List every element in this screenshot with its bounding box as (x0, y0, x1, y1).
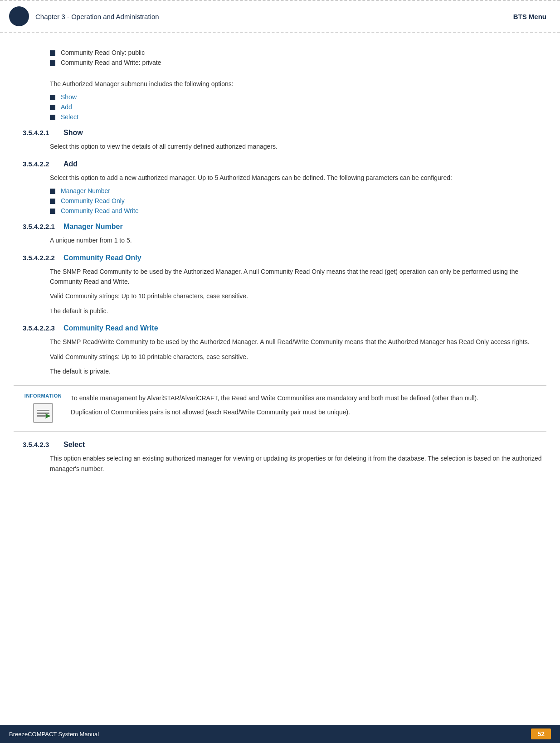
bullet-icon (50, 95, 55, 100)
info-left: INFORMATION ➤ (23, 393, 63, 424)
info-icon: ➤ (32, 402, 54, 424)
section-heading: Community Read Only (63, 254, 141, 262)
bullet-label: Community Read and Write: private (61, 59, 161, 66)
section-35422x3: 3.5.4.2.2.3 Community Read and Write (14, 324, 546, 332)
bullet-item: Community Read Only (50, 197, 546, 204)
info-line1: To enable management by AlvariSTAR/Alvar… (71, 393, 537, 403)
section-body: Select this option to view the details o… (50, 141, 546, 151)
show-link[interactable]: Show (61, 93, 77, 101)
bullet-item: Community Read Only: public (50, 49, 546, 56)
bullet-label: Community Read and Write (61, 207, 139, 214)
info-label: INFORMATION (24, 393, 62, 398)
community-read-only-link[interactable]: Community Read Only (61, 197, 125, 204)
section-heading: Manager Number (63, 223, 123, 231)
section-body2: Valid Community strings: Up to 10 printa… (50, 291, 546, 301)
chapter-title: Chapter 3 - Operation and Administration (35, 13, 159, 20)
section-heading: Add (63, 160, 78, 168)
info-icon-inner: ➤ (33, 403, 53, 423)
main-content: Community Read Only: public Community Re… (0, 33, 560, 528)
section-heading: Show (63, 129, 83, 137)
info-content: To enable management by AlvariSTAR/Alvar… (71, 393, 537, 417)
bullet-icon (50, 60, 55, 66)
section-body3: The default is private. (50, 366, 546, 376)
info-box: INFORMATION ➤ To enable management by Al… (14, 385, 546, 432)
bullet-label: Add (61, 103, 72, 111)
header-left: Chapter 3 - Operation and Administration (9, 6, 159, 26)
info-line (37, 410, 49, 411)
section-3542x2: 3.5.4.2.2 Add (14, 160, 546, 168)
bullet-icon (50, 209, 55, 214)
section-heading: Select (63, 441, 85, 449)
bullet-icon (50, 105, 55, 110)
chapter-icon (9, 6, 29, 26)
section-body3: The default is public. (50, 306, 546, 316)
info-line2: Duplication of Communities pairs is not … (71, 407, 537, 417)
bullet-label: Select (61, 113, 78, 121)
section-body: A unique number from 1 to 5. (50, 235, 546, 245)
bullet-label: Manager Number (61, 187, 110, 194)
section-35422x1: 3.5.4.2.2.1 Manager Number (14, 223, 546, 231)
section-3542x3: 3.5.4.2.3 Select (14, 441, 546, 449)
bullet-item: Add (50, 103, 546, 111)
section-heading: Community Read and Write (63, 324, 158, 332)
page-footer: BreezeCOMPACT System Manual 52 (0, 725, 560, 743)
bullet-item: Select (50, 113, 546, 121)
community-read-write-link[interactable]: Community Read and Write (61, 207, 139, 214)
bullet-label: Community Read Only: public (61, 49, 145, 56)
authorized-intro: The Authorized Manager submenu includes … (50, 79, 546, 89)
section-number: 3.5.4.2.3 (14, 441, 63, 448)
bullet-label: Community Read Only (61, 197, 125, 204)
arrow-icon: ➤ (44, 412, 50, 420)
section-35422x2: 3.5.4.2.2.2 Community Read Only (14, 254, 546, 262)
bullet-item: Community Read and Write: private (50, 59, 546, 66)
footer-page: 52 (531, 728, 551, 739)
bullet-item: Manager Number (50, 187, 546, 194)
footer-manual: BreezeCOMPACT System Manual (9, 731, 99, 738)
bullet-item: Community Read and Write (50, 207, 546, 214)
section-intro: Select this option to add a new authoriz… (50, 173, 546, 183)
section-body: This option enables selecting an existin… (50, 453, 546, 474)
section-number: 3.5.4.2.2.3 (14, 324, 63, 332)
bullet-icon (50, 115, 55, 120)
bullet-label: Show (61, 93, 77, 101)
section-number: 3.5.4.2.2.1 (14, 223, 63, 230)
bullet-icon (50, 50, 55, 56)
add-link[interactable]: Add (61, 103, 72, 111)
section-number: 3.5.4.2.2.2 (14, 254, 63, 262)
manager-number-link[interactable]: Manager Number (61, 187, 110, 194)
section-number: 3.5.4.2.1 (14, 129, 63, 136)
section-body1: The SNMP Read/Write Community to be used… (50, 337, 546, 347)
section-3542x1: 3.5.4.2.1 Show (14, 129, 546, 137)
section-number: 3.5.4.2.2 (14, 160, 63, 168)
section-title-header: BTS Menu (513, 13, 546, 20)
section-body1: The SNMP Read Community to be used by th… (50, 267, 546, 287)
page-header: Chapter 3 - Operation and Administration… (0, 0, 560, 33)
bullet-item: Show (50, 93, 546, 101)
section-body2: Valid Community strings: Up to 10 printa… (50, 352, 546, 362)
select-link[interactable]: Select (61, 113, 78, 121)
bullet-icon (50, 189, 55, 194)
bullet-icon (50, 199, 55, 204)
